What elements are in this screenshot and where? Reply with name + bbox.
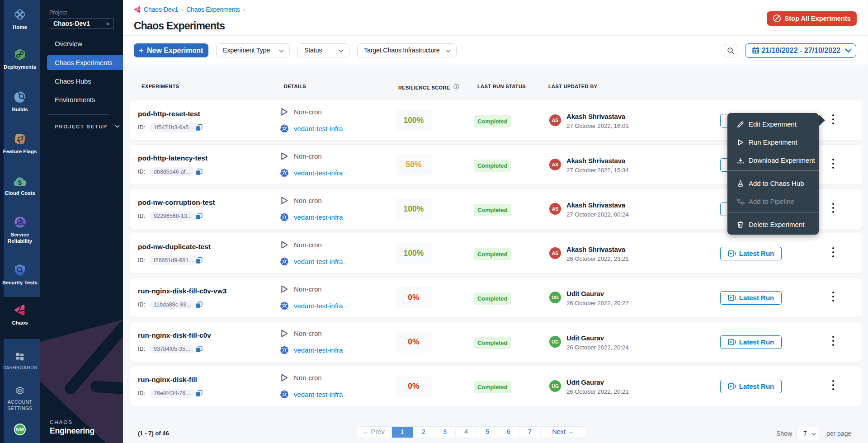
svg-text:$: $	[18, 179, 22, 186]
